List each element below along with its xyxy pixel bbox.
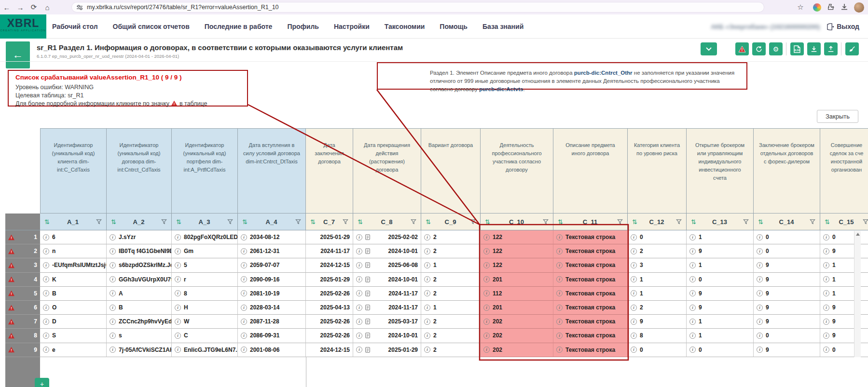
cell-C_14[interactable]: i0 — [754, 244, 820, 258]
cell-C_8[interactable]: i2024-10-01 — [353, 273, 421, 287]
cell-A_2[interactable]: iJ.sYzr — [107, 230, 172, 244]
cell-C_8[interactable]: i2025-02-02 — [353, 230, 421, 244]
row-warning-icon[interactable]: ! — [8, 319, 15, 325]
cell-A_2[interactable]: iGGh3uVGUrpX0U7tz... — [107, 273, 172, 287]
address-bar[interactable]: my.xbrlka.ru/csv/report/27476/table/sr_R… — [71, 2, 764, 13]
cell-C_11[interactable]: iТекстовая строка — [553, 273, 628, 287]
filter-icon[interactable] — [96, 219, 102, 225]
column-header-A_3[interactable]: ⇅A_3 — [172, 214, 238, 230]
cell-C_15[interactable]: i9 — [820, 329, 868, 343]
column-header-C_15[interactable]: ⇅C_15 — [820, 214, 868, 230]
cell-A_3[interactable]: iH — [172, 301, 238, 315]
cell-A_4[interactable]: i2001-08-06 — [238, 343, 306, 357]
cell-A_1[interactable]: iB — [40, 287, 107, 301]
cell-C_13[interactable]: i1 — [687, 230, 754, 244]
column-header-C_10[interactable]: ⇅C_10 — [481, 214, 553, 230]
cell-A_1[interactable]: i-EUfqmRsIUMtztJsjGv... — [40, 258, 107, 272]
cell-C_11[interactable]: iТекстовая строка — [553, 230, 628, 244]
row-number-cell[interactable]: !7 — [5, 315, 40, 329]
cell-C_15[interactable]: i1 — [820, 258, 868, 272]
download-button[interactable] — [807, 42, 821, 55]
cell-C_15[interactable]: i0 — [820, 230, 868, 244]
cell-A_3[interactable]: iC — [172, 329, 238, 343]
cell-C_7[interactable]: 2024-12-15 — [306, 343, 353, 357]
cell-C_8[interactable]: i2024-10-01 — [353, 329, 421, 343]
cell-C_14[interactable]: i9 — [754, 258, 820, 272]
cell-C_12[interactable]: i3 — [628, 258, 687, 272]
cell-C_7[interactable]: 2025-02-26 — [306, 315, 353, 329]
cell-C_12[interactable]: i2 — [628, 301, 687, 315]
back-button[interactable]: ← — [6, 41, 30, 68]
cell-C_12[interactable]: i1 — [628, 287, 687, 301]
sort-icon[interactable]: ⇅ — [758, 218, 763, 226]
cell-C_7[interactable]: 2024-11-17 — [306, 244, 353, 258]
cell-A_4[interactable]: i2028-03-14 — [238, 301, 306, 315]
cell-C_9[interactable]: i2 — [421, 230, 481, 244]
cell-C_15[interactable]: i0 — [820, 343, 868, 357]
row-warning-icon[interactable]: ! — [8, 347, 15, 353]
column-header-C_12[interactable]: ⇅C_12 — [628, 214, 687, 230]
cell-C_10[interactable]: i201 — [481, 273, 553, 287]
cell-A_4[interactable]: i2061-12-31 — [238, 244, 306, 258]
menu-desktop[interactable]: Рабочий стол — [52, 23, 98, 30]
sort-icon[interactable]: ⇅ — [176, 218, 181, 226]
site-settings-icon[interactable] — [76, 4, 83, 10]
cell-C_10[interactable]: i112 — [481, 287, 553, 301]
column-header-C_8[interactable]: ⇅C_8 — [353, 214, 421, 230]
scroll-up-icon[interactable] — [856, 233, 860, 236]
cell-C_11[interactable]: iТекстовая строка — [553, 258, 628, 272]
sort-icon[interactable]: ⇅ — [485, 218, 490, 226]
cell-C_9[interactable]: i2 — [421, 315, 481, 329]
cell-A_4[interactable]: i2081-10-19 — [238, 287, 306, 301]
filter-icon[interactable] — [810, 219, 815, 225]
filter-icon[interactable] — [161, 219, 167, 225]
filter-icon[interactable] — [295, 219, 301, 225]
row-number-cell[interactable]: !2 — [5, 244, 40, 258]
menu-help[interactable]: Помощь — [440, 23, 468, 30]
cell-C_13[interactable]: i9 — [687, 244, 754, 258]
filter-icon[interactable] — [743, 219, 749, 225]
row-warning-icon[interactable]: ! — [8, 290, 15, 296]
xbrl-logo[interactable]: XBRL CREATING APPLICATION — [0, 14, 46, 39]
puzzle-extensions-icon[interactable] — [827, 3, 835, 11]
menu-knowledge-base[interactable]: База знаний — [482, 23, 524, 30]
sort-icon[interactable]: ⇅ — [310, 218, 316, 226]
cell-C_10[interactable]: i122 — [481, 230, 553, 244]
cell-C_11[interactable]: iТекстовая строка — [553, 244, 628, 258]
cell-A_4[interactable]: i2086-09-31 — [238, 329, 306, 343]
cell-C_13[interactable]: i1 — [687, 329, 754, 343]
cell-A_4[interactable]: i2034-08-12 — [238, 230, 306, 244]
menu-report-list[interactable]: Общий список отчетов — [113, 23, 190, 30]
cell-A_2[interactable]: iIB0Tq f4G1GbeNI9EK... — [107, 244, 172, 258]
cell-C_8[interactable]: i2024-10-01 — [353, 244, 421, 258]
cell-C_14[interactable]: i9 — [754, 343, 820, 357]
cell-A_1[interactable]: iS — [40, 329, 107, 343]
sort-icon[interactable]: ⇅ — [632, 218, 637, 226]
cell-C_13[interactable]: i1 — [687, 315, 754, 329]
filter-icon[interactable] — [543, 219, 549, 225]
settings-button[interactable]: ⚙ — [769, 42, 783, 55]
row-warning-icon[interactable]: ! — [8, 234, 15, 240]
logout-button[interactable]: Выход — [827, 23, 859, 30]
cell-C_14[interactable]: i0 — [754, 230, 820, 244]
cell-C_12[interactable]: i0 — [628, 230, 687, 244]
cell-C_13[interactable]: i9 — [687, 301, 754, 315]
row-number-cell[interactable]: !3 — [5, 258, 40, 272]
cell-C_8[interactable]: i2025-03-17 — [353, 315, 421, 329]
cell-C_7[interactable]: 2025-02-26 — [306, 329, 353, 343]
row-number-cell[interactable]: !8 — [5, 329, 40, 343]
filter-icon[interactable] — [863, 219, 868, 225]
sort-icon[interactable]: ⇅ — [111, 218, 116, 226]
cell-C_13[interactable]: i0 — [687, 273, 754, 287]
cell-A_3[interactable]: i5 — [172, 258, 238, 272]
cell-A_1[interactable]: iD — [40, 315, 107, 329]
cell-C_11[interactable]: iТекстовая строка — [553, 315, 628, 329]
browser-forward-icon[interactable]: → — [14, 3, 27, 12]
cell-C_15[interactable]: i9 — [820, 244, 868, 258]
vertical-scrollbar[interactable] — [854, 231, 861, 357]
column-header-A_1[interactable]: ⇅A_1 — [40, 214, 107, 230]
row-warning-icon[interactable]: ! — [8, 305, 15, 311]
cell-C_9[interactable]: i2 — [421, 273, 481, 287]
close-button[interactable]: Закрыть — [817, 110, 858, 123]
cell-C_12[interactable]: i8 — [628, 329, 687, 343]
